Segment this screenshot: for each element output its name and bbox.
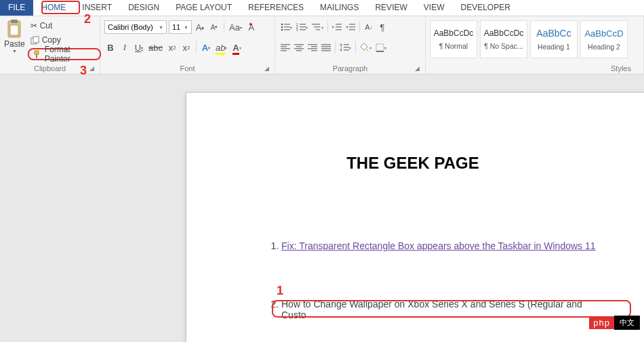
- ribbon-tabs: FILE HOME INSERT DESIGN PAGE LAYOUT REFE…: [0, 0, 644, 16]
- paintbrush-icon: [33, 50, 42, 59]
- line-spacing-button[interactable]: ▾: [338, 41, 353, 54]
- subscript-button[interactable]: x2: [166, 41, 178, 54]
- php-badge: php: [589, 316, 614, 329]
- font-name-combo[interactable]: Calibri (Body) ▼: [104, 20, 167, 34]
- svg-point-9: [281, 26, 283, 28]
- change-case-button[interactable]: Aa▾: [228, 20, 243, 34]
- svg-rect-23: [336, 26, 342, 28]
- format-painter-label: Format Painter: [45, 45, 96, 64]
- format-painter-button[interactable]: Format Painter: [28, 48, 101, 60]
- strikethrough-button[interactable]: abc: [147, 41, 164, 54]
- clear-formatting-button[interactable]: A✦: [245, 20, 258, 34]
- font-size-combo[interactable]: 11 ▼: [169, 20, 192, 34]
- highlight-button[interactable]: ab▾: [214, 41, 228, 54]
- footer-badge: php 中文: [589, 316, 640, 330]
- svg-rect-47: [344, 49, 349, 51]
- svg-rect-5: [35, 51, 39, 54]
- justify-button[interactable]: [320, 41, 332, 54]
- font-size-value: 11: [172, 23, 180, 31]
- svg-rect-1: [11, 20, 18, 23]
- paste-label: Paste: [4, 39, 25, 49]
- tab-references[interactable]: REFERENCES: [240, 0, 312, 16]
- document-area[interactable]: THE GEEK PAGE Fix: Transparent Rectangle…: [0, 74, 644, 342]
- shrink-font-button[interactable]: A▾: [208, 20, 220, 34]
- svg-rect-22: [336, 24, 342, 25]
- dialog-launcher-icon[interactable]: ◢: [87, 64, 96, 72]
- dialog-launcher-icon[interactable]: ◢: [413, 64, 421, 72]
- numbering-button[interactable]: 123▾: [295, 20, 309, 34]
- superscript-button[interactable]: x2: [180, 41, 193, 54]
- svg-rect-10: [284, 26, 290, 28]
- svg-rect-16: [300, 26, 306, 28]
- italic-button[interactable]: I: [119, 41, 131, 54]
- tab-design[interactable]: DESIGN: [120, 0, 167, 16]
- svg-rect-43: [321, 50, 331, 51]
- copy-icon: [31, 36, 39, 45]
- font-name-value: Calibri (Body): [108, 23, 153, 31]
- style-name: ¶ No Spac...: [484, 42, 523, 50]
- svg-rect-27: [349, 29, 355, 30]
- separator: [224, 21, 224, 33]
- borders-button[interactable]: ▾: [374, 41, 388, 54]
- separator: [196, 41, 197, 54]
- svg-rect-25: [349, 24, 355, 25]
- show-paragraph-marks-button[interactable]: ¶: [376, 20, 388, 34]
- svg-rect-40: [321, 44, 331, 45]
- svg-rect-33: [296, 46, 302, 47]
- svg-rect-30: [281, 48, 290, 49]
- svg-rect-35: [296, 50, 302, 51]
- tab-view[interactable]: VIEW: [416, 0, 453, 16]
- svg-rect-49: [376, 51, 384, 52]
- decrease-indent-button[interactable]: [331, 20, 343, 34]
- style-heading-2[interactable]: AaBbCcD Heading 2: [580, 20, 628, 58]
- svg-rect-26: [349, 26, 355, 28]
- separator: [359, 21, 360, 33]
- align-left-button[interactable]: [279, 41, 291, 54]
- font-color-button[interactable]: A▾: [230, 41, 243, 54]
- style-heading-1[interactable]: AaBbCc Heading 1: [530, 20, 578, 58]
- clipboard-icon: [5, 19, 23, 39]
- svg-rect-31: [281, 50, 287, 51]
- svg-point-11: [281, 29, 283, 31]
- cut-button[interactable]: ✂ Cut: [28, 20, 101, 32]
- style-no-spacing[interactable]: AaBbCcDc ¶ No Spac...: [480, 20, 527, 58]
- dialog-launcher-icon[interactable]: ◢: [262, 64, 270, 72]
- group-label-font: Font ◢: [104, 63, 270, 74]
- tab-insert[interactable]: INSERT: [74, 0, 120, 16]
- bold-button[interactable]: B: [104, 41, 117, 54]
- paste-button[interactable]: Paste ▼: [4, 18, 25, 54]
- list-item[interactable]: Fix: Transparent Rectangle Box appears a…: [281, 240, 599, 251]
- tab-mailings[interactable]: MAILINGS: [312, 0, 367, 16]
- shading-button[interactable]: ▾: [359, 41, 373, 54]
- style-normal[interactable]: AaBbCcDc ¶ Normal: [430, 20, 477, 58]
- increase-indent-button[interactable]: [344, 20, 357, 34]
- sort-button[interactable]: A↓: [363, 20, 375, 34]
- copy-label: Copy: [42, 35, 61, 45]
- bullets-button[interactable]: ▾: [279, 20, 294, 34]
- tab-file[interactable]: FILE: [0, 0, 33, 16]
- text-effects-button[interactable]: A▾: [200, 41, 212, 54]
- tab-developer[interactable]: DEVELOPER: [452, 0, 518, 16]
- chevron-down-icon: ▼: [12, 49, 17, 54]
- style-name: Heading 1: [538, 43, 570, 51]
- grow-font-button[interactable]: A▴: [194, 20, 206, 34]
- svg-rect-19: [312, 24, 320, 25]
- hyperlink[interactable]: Fix: Transparent Rectangle Box appears a…: [281, 240, 596, 251]
- tab-review[interactable]: REVIEW: [367, 0, 415, 16]
- underline-button[interactable]: U▾: [133, 41, 145, 54]
- multilevel-list-button[interactable]: ▾: [310, 20, 325, 34]
- ribbon: Paste ▼ ✂ Cut Copy Format Painter Clipb: [0, 16, 644, 74]
- svg-rect-21: [316, 29, 320, 30]
- style-preview: AaBbCcDc: [434, 28, 474, 38]
- svg-rect-37: [311, 46, 317, 47]
- tab-page-layout[interactable]: PAGE LAYOUT: [167, 0, 240, 16]
- style-name: ¶ Normal: [439, 42, 468, 50]
- svg-rect-18: [300, 29, 306, 30]
- align-right-button[interactable]: [306, 41, 319, 54]
- svg-rect-46: [344, 47, 349, 48]
- tab-home[interactable]: HOME: [33, 0, 74, 16]
- svg-rect-36: [308, 44, 317, 45]
- svg-rect-8: [284, 24, 290, 25]
- align-center-button[interactable]: [293, 41, 305, 54]
- group-clipboard: Paste ▼ ✂ Cut Copy Format Painter Clipb: [0, 16, 100, 74]
